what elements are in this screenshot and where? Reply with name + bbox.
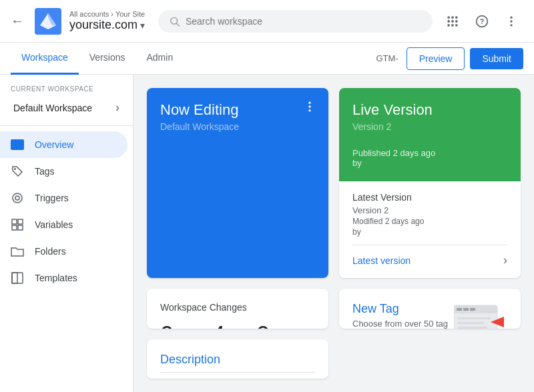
workspace-name: Default Workspace	[13, 103, 92, 113]
sidebar-item-tags[interactable]: Tags	[0, 158, 127, 185]
preview-button[interactable]: Preview	[407, 47, 465, 70]
svg-point-30	[308, 105, 310, 107]
tab-versions[interactable]: Versions	[79, 43, 136, 75]
description-title: Description	[160, 353, 315, 367]
search-bar[interactable]	[158, 10, 433, 33]
card-workspace-changes: Workspace Changes 0 Modified 4 Added 0 D…	[147, 289, 328, 329]
now-editing-subtitle: Default Workspace	[160, 121, 315, 132]
live-version-subtitle: Version 2	[352, 121, 507, 132]
svg-point-20	[14, 168, 16, 170]
svg-rect-24	[18, 219, 23, 224]
latest-version-modified: Modified 2 days ago	[352, 217, 507, 226]
new-tag-desc: Choose from over 50 tag types	[352, 319, 454, 329]
new-tag-icon	[454, 302, 507, 329]
svg-rect-12	[451, 24, 453, 26]
tab-admin[interactable]: Admin	[136, 43, 184, 75]
site-name[interactable]: yoursite.com ▾	[69, 18, 145, 32]
stat-added-number: 4	[212, 323, 235, 329]
search-icon	[169, 15, 180, 27]
sidebar-item-folders[interactable]: Folders	[0, 238, 127, 265]
site-chevron-icon: ▾	[140, 20, 145, 31]
card-live-version: Live Version Version 2 Published 2 days …	[339, 88, 521, 181]
sidebar-label-folders: Folders	[35, 246, 66, 257]
stat-modified-number: 0	[160, 323, 190, 329]
card-description: Description Edit description ›	[147, 339, 328, 379]
latest-version-chevron-icon: ›	[503, 253, 507, 267]
svg-rect-5	[448, 16, 450, 18]
svg-rect-37	[457, 317, 491, 319]
latest-version-title: Latest Version	[352, 192, 507, 203]
card-new-tag: New Tag Choose from over 50 tag types	[339, 289, 521, 329]
sidebar-label-triggers: Triggers	[35, 193, 69, 203]
new-tag-title: New Tag	[352, 302, 454, 316]
svg-text:?: ?	[480, 17, 485, 25]
new-tag-header: New Tag Choose from over 50 tag types	[352, 302, 507, 329]
tab-workspace[interactable]: Workspace	[11, 43, 79, 75]
variables-icon	[11, 218, 24, 231]
more-options-button[interactable]	[499, 9, 523, 33]
svg-rect-34	[457, 308, 462, 311]
site-info: All accounts › Your Site yoursite.com ▾	[69, 10, 145, 32]
stat-added: 4 Added	[212, 323, 235, 329]
now-editing-title: Now Editing	[160, 101, 315, 119]
content-area: Now Editing Default Workspace Live Versi…	[134, 75, 534, 392]
svg-rect-9	[451, 20, 453, 22]
svg-point-17	[510, 20, 512, 22]
stat-modified: 0 Modified	[160, 323, 190, 329]
workspace-selector[interactable]: Default Workspace ›	[5, 95, 127, 120]
card-latest-version: Latest Version Version 2 Modified 2 days…	[339, 181, 521, 278]
search-input[interactable]	[186, 16, 422, 27]
folders-icon	[11, 245, 24, 258]
sidebar: CURRENT WORKSPACE Default Workspace › Ov…	[0, 75, 134, 392]
svg-rect-39	[457, 327, 487, 329]
sidebar-item-templates[interactable]: Templates	[0, 265, 127, 291]
submit-button[interactable]: Submit	[470, 48, 523, 69]
svg-rect-8	[448, 20, 450, 22]
sidebar-item-variables[interactable]: Variables	[0, 211, 127, 238]
svg-rect-6	[451, 16, 453, 18]
breadcrumb: All accounts › Your Site	[69, 10, 145, 18]
current-workspace-label: CURRENT WORKSPACE	[0, 80, 133, 95]
sidebar-label-overview: Overview	[35, 139, 73, 150]
svg-point-18	[510, 24, 512, 26]
svg-rect-13	[455, 24, 457, 26]
gtm-label: GTM-	[376, 53, 398, 63]
svg-rect-26	[18, 225, 23, 230]
sidebar-label-tags: Tags	[35, 166, 55, 177]
svg-point-22	[15, 196, 19, 200]
latest-version-num: Version 2	[352, 205, 507, 215]
new-tag-text: New Tag Choose from over 50 tag types	[352, 302, 454, 329]
back-button[interactable]: ←	[11, 13, 24, 29]
grid-icon	[446, 15, 459, 28]
nav-tabs: Workspace Versions Admin GTM- Preview Su…	[0, 43, 534, 75]
live-version-published: Published 2 days ago by	[352, 148, 507, 168]
more-icon	[505, 15, 518, 28]
svg-rect-11	[448, 24, 450, 26]
latest-version-by: by	[352, 227, 507, 237]
svg-line-4	[177, 23, 180, 26]
sidebar-item-triggers[interactable]: Triggers	[0, 185, 127, 211]
sidebar-label-variables: Variables	[35, 219, 73, 230]
svg-rect-7	[455, 16, 457, 18]
stat-deleted: 0 Deleted	[256, 323, 284, 329]
svg-rect-23	[12, 219, 17, 224]
edit-description-link[interactable]: Edit description ›	[160, 372, 315, 379]
overview-icon	[11, 138, 24, 151]
workspace-changes-stats: 0 Modified 4 Added 0 Deleted	[160, 323, 315, 329]
now-editing-more-button[interactable]	[299, 96, 320, 117]
sidebar-label-templates: Templates	[35, 273, 77, 283]
sidebar-item-overview[interactable]: Overview	[0, 131, 127, 158]
header-actions: ?	[441, 9, 523, 33]
svg-rect-10	[455, 20, 457, 22]
right-column-top: Live Version Version 2 Published 2 days …	[339, 88, 521, 278]
svg-rect-36	[470, 308, 475, 311]
workspace-changes-title: Workspace Changes	[160, 302, 315, 313]
main-container: CURRENT WORKSPACE Default Workspace › Ov…	[0, 75, 534, 392]
header: ← All accounts › Your Site yoursite.com …	[0, 0, 534, 43]
grid-icon-button[interactable]	[441, 9, 465, 33]
help-button[interactable]: ?	[470, 9, 494, 33]
svg-rect-35	[463, 308, 469, 311]
svg-rect-19	[11, 139, 24, 150]
svg-rect-25	[12, 225, 17, 230]
latest-version-link[interactable]: Latest version ›	[352, 245, 507, 267]
